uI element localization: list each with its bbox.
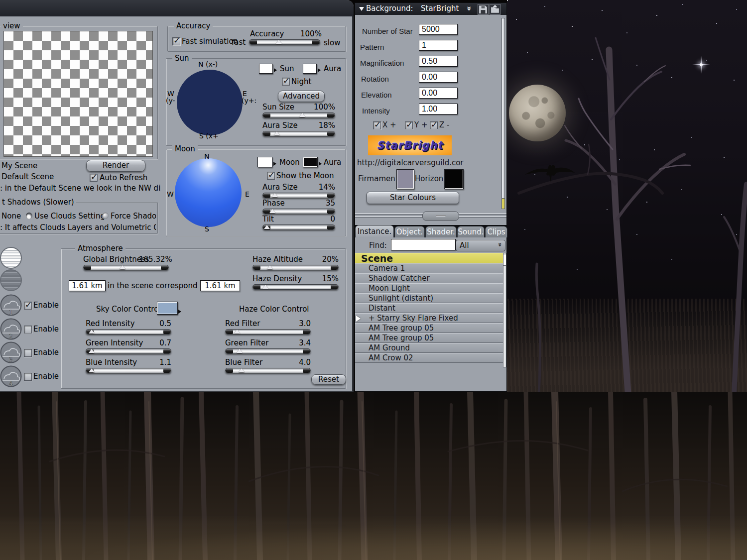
scene-root-row[interactable]: Scene <box>355 253 503 263</box>
km-left-input[interactable] <box>69 280 106 291</box>
axis-y-checkbox[interactable] <box>405 121 413 129</box>
green-filter-slider[interactable] <box>225 348 311 354</box>
haze-density-slider[interactable] <box>252 284 339 290</box>
cloud-layer-1-icon[interactable]: 1 <box>0 294 22 316</box>
cloud-2-enable-checkbox[interactable] <box>24 326 32 334</box>
preset-chevron-icon[interactable] <box>467 4 472 13</box>
moon-position-compass[interactable] <box>175 158 242 227</box>
blue-filter-slider[interactable] <box>225 368 311 373</box>
fast-simulation-checkbox[interactable] <box>172 37 180 45</box>
list-item-sunlight-distant[interactable]: Sunlight (distant) <box>355 293 503 303</box>
my-scene-option[interactable]: My Scene <box>1 161 37 170</box>
moon-tilt-slider[interactable] <box>262 224 335 230</box>
moon-phase-slider[interactable] <box>262 209 335 214</box>
panel-scrollbar[interactable] <box>501 18 505 209</box>
elevation-input[interactable] <box>419 88 458 99</box>
moon-aura-size-slider[interactable] <box>262 193 335 198</box>
sky-color-swatch[interactable] <box>157 302 178 315</box>
tab-shader[interactable]: Shader. <box>425 226 457 237</box>
moon-aura-size-thumb[interactable] <box>272 193 278 197</box>
night-checkbox[interactable] <box>282 78 290 86</box>
cloud-layer-4-icon[interactable]: 4 <box>0 365 22 387</box>
global-brightness-slider[interactable] <box>83 265 169 270</box>
sun-size-thumb[interactable] <box>299 113 305 117</box>
blue-filter-thumb[interactable] <box>239 368 245 372</box>
km-right-input[interactable] <box>200 280 240 291</box>
accuracy-slider[interactable] <box>249 39 320 45</box>
axis-x-checkbox[interactable] <box>373 121 381 129</box>
tab-clips[interactable]: Clips <box>485 226 507 237</box>
default-scene-option[interactable]: Default Scene <box>1 172 54 181</box>
haze-altitude-thumb[interactable] <box>267 265 273 269</box>
intensity-input[interactable] <box>419 104 458 114</box>
filter-dropdown[interactable]: All <box>456 240 505 251</box>
blue-intensity-thumb[interactable] <box>89 368 95 372</box>
firmament-color-swatch[interactable] <box>396 169 414 189</box>
haze-density-thumb[interactable] <box>262 285 268 289</box>
sun-color-swatch[interactable] <box>259 64 273 74</box>
cloud-1-enable-checkbox[interactable] <box>24 302 32 310</box>
accuracy-slider-thumb[interactable] <box>276 40 282 44</box>
star-colours-button[interactable]: Star Colours <box>367 192 459 204</box>
divider-handle[interactable] <box>422 211 459 221</box>
list-item-ground[interactable]: AM Ground <box>355 343 503 353</box>
green-intensity-thumb[interactable] <box>89 349 95 353</box>
haze-layer-1-icon[interactable] <box>0 247 22 269</box>
red-intensity-slider[interactable] <box>86 329 171 335</box>
horizon-color-swatch[interactable] <box>444 169 464 189</box>
green-intensity-slider[interactable] <box>86 348 171 354</box>
show-moon-checkbox[interactable] <box>267 172 275 180</box>
reset-button[interactable]: Reset <box>311 374 346 385</box>
shadow-none-option[interactable]: None <box>1 212 21 221</box>
list-item-tree-group-a[interactable]: AM Tree group 05 <box>355 323 503 333</box>
rotation-input[interactable] <box>419 72 458 83</box>
force-shadow-radio[interactable] <box>102 213 109 219</box>
find-input[interactable] <box>391 239 456 250</box>
list-item-distant[interactable]: Distant <box>355 303 503 313</box>
render-button[interactable]: Render <box>86 160 145 172</box>
red-filter-slider[interactable] <box>225 329 311 335</box>
moon-color-swatch[interactable] <box>257 157 272 167</box>
tab-object[interactable]: Object. <box>394 226 425 237</box>
sun-aura-size-thumb[interactable] <box>274 131 280 135</box>
haze-layer-2-icon[interactable] <box>0 269 22 291</box>
magnification-input[interactable] <box>419 56 458 67</box>
background-preset-name[interactable]: StarBright <box>421 4 459 13</box>
axis-z-checkbox[interactable] <box>430 121 438 129</box>
moon-aura-color-swatch[interactable] <box>303 157 318 167</box>
red-intensity-thumb[interactable] <box>89 330 95 334</box>
background-panel-header[interactable]: Background: StarBright <box>355 3 506 15</box>
list-item-camera-1[interactable]: Camera 1 <box>355 263 503 273</box>
list-scrollbar[interactable] <box>503 253 506 367</box>
moon-tilt-thumb[interactable] <box>264 225 270 229</box>
global-brightness-thumb[interactable] <box>120 265 125 269</box>
sun-aura-color-swatch[interactable] <box>303 64 317 74</box>
panel-scrollbar-thumb[interactable] <box>501 198 505 209</box>
red-filter-thumb[interactable] <box>234 330 240 334</box>
haze-altitude-slider[interactable] <box>252 265 339 270</box>
list-item-tree-group-b[interactable]: AM Tree group 05 <box>355 333 503 343</box>
dialog-titlebar[interactable] <box>0 0 354 16</box>
moon-phase-thumb[interactable] <box>269 209 275 213</box>
list-scrollbar-thumb[interactable] <box>503 254 506 266</box>
save-preset-icon[interactable] <box>478 4 489 15</box>
advanced-button[interactable]: Advanced <box>278 91 325 102</box>
sun-aura-size-slider[interactable] <box>262 131 335 136</box>
cloud-layer-2-icon[interactable]: 2 <box>0 318 22 340</box>
cloud-layer-3-icon[interactable]: 3 <box>0 341 22 363</box>
list-item-starry-sky-flare[interactable]: + Starry Sky Flare Fixed <box>355 313 503 323</box>
sun-size-slider[interactable] <box>262 112 335 118</box>
green-filter-thumb[interactable] <box>237 349 243 353</box>
load-preset-icon[interactable] <box>490 4 500 15</box>
pattern-input[interactable] <box>419 40 458 51</box>
cloud-3-enable-checkbox[interactable] <box>24 349 32 357</box>
sun-position-compass[interactable] <box>177 70 243 135</box>
cloud-4-enable-checkbox[interactable] <box>24 373 32 381</box>
list-item-moon-light[interactable]: Moon Light <box>355 283 503 293</box>
tab-sound[interactable]: Sound. <box>457 226 485 237</box>
auto-refresh-checkbox[interactable] <box>90 174 98 182</box>
tab-instance[interactable]: Instance. <box>355 225 394 237</box>
number-of-stars-input[interactable] <box>419 24 458 35</box>
list-item-shadow-catcher[interactable]: Shadow Catcher <box>355 273 503 283</box>
use-clouds-radio[interactable] <box>26 213 32 219</box>
